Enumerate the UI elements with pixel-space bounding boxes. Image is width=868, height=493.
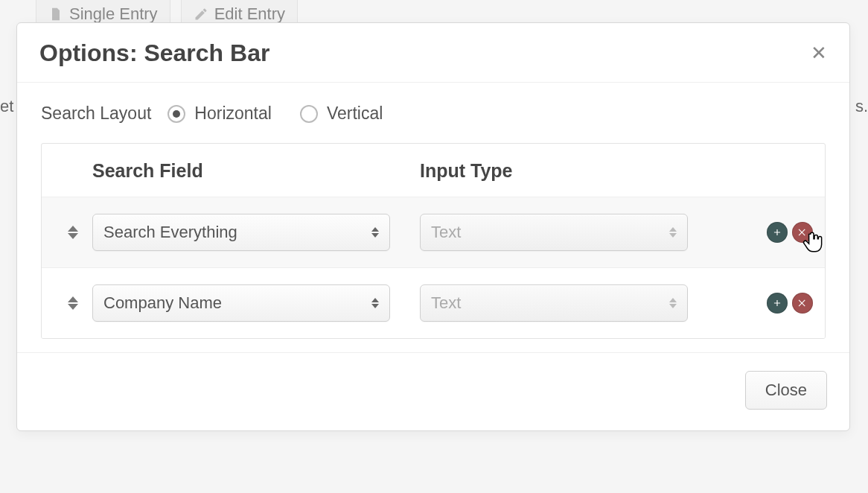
search-layout-label: Search Layout — [41, 104, 151, 124]
page-icon — [48, 7, 63, 22]
search-layout-row: Search Layout Horizontal Vertical — [41, 104, 826, 124]
background-tab-label: Single Entry — [69, 4, 158, 24]
options-modal: Options: Search Bar ✕ Search Layout Hori… — [16, 22, 850, 431]
modal-header: Options: Search Bar ✕ — [17, 23, 849, 82]
select-arrows-icon — [371, 227, 379, 238]
modal-footer: Close — [17, 352, 849, 430]
close-icon[interactable]: ✕ — [811, 42, 827, 65]
background-text-fragment: et — [0, 97, 13, 116]
table-row: Company Name Text — [42, 267, 825, 338]
drag-handle-icon[interactable] — [54, 296, 92, 310]
select-arrows-icon — [669, 227, 677, 238]
layout-radio-vertical[interactable]: Vertical — [300, 104, 383, 124]
select-value: Company Name — [103, 293, 222, 313]
plus-icon — [772, 227, 782, 238]
modal-title: Options: Search Bar — [39, 39, 269, 67]
remove-row-button[interactable] — [792, 293, 813, 314]
radio-label: Vertical — [327, 104, 383, 124]
close-button[interactable]: Close — [745, 371, 827, 410]
search-field-select[interactable]: Search Everything — [92, 214, 390, 251]
header-search-field: Search Field — [92, 160, 420, 182]
x-icon — [797, 298, 808, 308]
radio-label: Horizontal — [194, 104, 272, 124]
input-type-select[interactable]: Text — [420, 284, 688, 322]
add-row-button[interactable] — [767, 222, 788, 243]
table-row: Search Everything Text — [42, 197, 825, 267]
add-row-button[interactable] — [767, 293, 788, 314]
layout-radio-horizontal[interactable]: Horizontal — [167, 104, 272, 124]
plus-icon — [772, 298, 782, 308]
radio-icon — [300, 105, 318, 123]
input-type-select[interactable]: Text — [420, 214, 688, 251]
select-arrows-icon — [371, 298, 379, 308]
select-value: Text — [431, 293, 461, 313]
select-value: Search Everything — [103, 223, 237, 242]
drag-handle-icon[interactable] — [54, 226, 92, 239]
modal-body: Search Layout Horizontal Vertical Search… — [17, 82, 849, 339]
select-value: Text — [431, 223, 461, 242]
background-tab-label: Edit Entry — [214, 4, 285, 24]
remove-row-button[interactable] — [792, 222, 813, 243]
search-fields-table: Search Field Input Type Search Everythin… — [41, 143, 826, 339]
x-icon — [797, 227, 808, 238]
search-field-select[interactable]: Company Name — [92, 284, 390, 322]
pencil-icon — [194, 7, 208, 22]
radio-icon — [167, 105, 185, 123]
header-input-type: Input Type — [420, 160, 724, 182]
table-header: Search Field Input Type — [42, 144, 825, 197]
background-text-fragment: s. — [855, 97, 868, 116]
select-arrows-icon — [669, 298, 677, 308]
